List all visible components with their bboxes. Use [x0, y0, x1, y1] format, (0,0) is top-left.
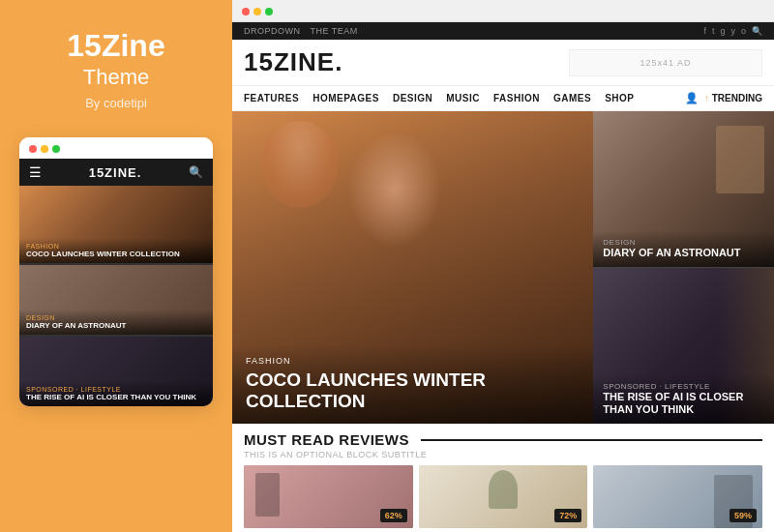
nav-shop[interactable]: SHOP — [605, 93, 634, 103]
browser-chrome — [232, 0, 774, 22]
topbar-nav: DROPDOWN THE TEAM — [244, 26, 358, 36]
review-badge-1: 62% — [380, 509, 407, 522]
reviews-subtitle: THIS IS AN OPTIONAL BLOCK SUBTITLE — [244, 450, 762, 459]
twitter-icon[interactable]: t — [712, 26, 715, 36]
side-card-overlay-2: SPONSORED · LIFESTYLE THE RISE OF AI IS … — [593, 374, 774, 424]
dot-red — [29, 145, 37, 153]
reviews-line — [421, 439, 762, 441]
mobile-card-title-3: THE RISE OF AI IS CLOSER THAN YOU THINK — [26, 393, 206, 402]
mobile-card-2: DESIGN DIARY OF AN ASTRONAUT — [19, 265, 213, 335]
nav-features[interactable]: FEATURES — [244, 93, 299, 103]
mobile-card-tag-1: FASHION — [26, 243, 206, 250]
site-header: 15ZINE. 125x41 AD — [232, 40, 774, 86]
mobile-nav-bar: ☰ 15ZINE. 🔍 — [19, 159, 213, 186]
browser-mockup: DROPDOWN THE TEAM f t g y o 🔍 15ZINE. 12… — [232, 0, 774, 532]
mobile-card-1: FASHION COCO LAUNCHES WINTER COLLECTION — [19, 186, 213, 263]
site-nav: FEATURES HOMEPAGES DESIGN MUSIC FASHION … — [232, 86, 774, 111]
brand-subtitle: Theme — [83, 65, 149, 90]
search-icon[interactable]: 🔍 — [752, 26, 762, 36]
topbar-team[interactable]: THE TEAM — [311, 26, 358, 36]
mobile-card-overlay-2: DESIGN DIARY OF AN ASTRONAUT — [19, 310, 213, 336]
nav-right: 👤 ↑ TRENDING — [685, 92, 762, 104]
review-card-3[interactable]: 59% — [593, 465, 762, 528]
search-icon[interactable]: 🔍 — [189, 165, 203, 179]
mobile-card-3: SPONSORED · LIFESTYLE THE RISE OF AI IS … — [19, 337, 213, 406]
reviews-section: MUST READ REVIEWS THIS IS AN OPTIONAL BL… — [232, 424, 774, 532]
reviews-header: MUST READ REVIEWS — [244, 431, 762, 448]
mobile-top-bar — [19, 137, 213, 159]
mobile-card-overlay-3: SPONSORED · LIFESTYLE THE RISE OF AI IS … — [19, 381, 213, 407]
dot-yellow — [41, 145, 48, 153]
side-card-tag-2: SPONSORED · LIFESTYLE — [603, 382, 764, 391]
mobile-card-overlay-1: FASHION COCO LAUNCHES WINTER COLLECTION — [19, 238, 213, 264]
nav-music[interactable]: MUSIC — [446, 93, 480, 103]
hamburger-icon[interactable]: ☰ — [29, 164, 42, 180]
browser-dot-red — [242, 8, 250, 15]
mobile-card-title-2: DIARY OF AN ASTRONAUT — [26, 321, 206, 331]
dot-green — [52, 145, 60, 153]
hero-side-card-2[interactable]: SPONSORED · LIFESTYLE THE RISE OF AI IS … — [593, 268, 774, 424]
brand-author: By codetipi — [85, 96, 147, 110]
side-card-title-1: DIARY OF AN ASTRONAUT — [603, 247, 764, 259]
browser-dot-yellow — [253, 8, 261, 15]
mobile-window-dots — [29, 145, 60, 153]
side-card-overlay-1: DESIGN DIARY OF AN ASTRONAUT — [593, 230, 774, 267]
side-card-title-2: THE RISE OF AI IS CLOSER THAN YOU THINK — [603, 391, 764, 416]
hero-main-overlay: FASHION COCO LAUNCHES WINTER COLLECTION — [232, 344, 593, 424]
reviews-cards: 62% 72% 59% — [244, 465, 762, 528]
site-logo: 15ZINE. — [244, 47, 342, 77]
nav-homepages[interactable]: HOMEPAGES — [313, 93, 379, 103]
trending-label: ↑ TRENDING — [704, 93, 762, 103]
mobile-logo: 15ZINE. — [89, 165, 142, 180]
mobile-card-tag-3: SPONSORED · LIFESTYLE — [26, 386, 206, 393]
brand-title: 15Zine — [67, 29, 164, 63]
google-icon[interactable]: g — [720, 26, 725, 36]
browser-dot-green — [265, 8, 273, 15]
reviews-title: MUST READ REVIEWS — [244, 431, 409, 448]
review-badge-2: 72% — [554, 509, 581, 522]
instagram-icon[interactable]: o — [741, 26, 746, 36]
review-card-2[interactable]: 72% — [419, 465, 588, 528]
website-content: DROPDOWN THE TEAM f t g y o 🔍 15ZINE. 12… — [232, 22, 774, 532]
review-badge-3: 59% — [729, 509, 757, 522]
site-topbar: DROPDOWN THE TEAM f t g y o 🔍 — [232, 22, 774, 40]
hero-section: FASHION COCO LAUNCHES WINTER COLLECTION … — [232, 111, 774, 424]
browser-window-dots — [242, 8, 273, 15]
mobile-card-title-1: COCO LAUNCHES WINTER COLLECTION — [26, 250, 206, 259]
review-card-1[interactable]: 62% — [244, 465, 413, 528]
hero-title: COCO LAUNCHES WINTER COLLECTION — [246, 369, 580, 412]
nav-fashion[interactable]: FASHION — [493, 93, 540, 103]
ad-banner: 125x41 AD — [569, 49, 762, 76]
hero-main[interactable]: FASHION COCO LAUNCHES WINTER COLLECTION — [232, 111, 593, 424]
nav-items: FEATURES HOMEPAGES DESIGN MUSIC FASHION … — [244, 93, 634, 103]
mobile-mockup: ☰ 15ZINE. 🔍 FASHION COCO LAUNCHES WINTER… — [19, 137, 213, 406]
hero-side-card-1[interactable]: DESIGN DIARY OF AN ASTRONAUT — [593, 111, 774, 267]
hero-tag: FASHION — [246, 356, 580, 366]
mobile-card-tag-2: DESIGN — [26, 314, 206, 321]
side-card-tag-1: DESIGN — [603, 238, 764, 247]
left-panel: 15Zine Theme By codetipi ☰ 15ZINE. 🔍 FAS… — [0, 0, 232, 532]
review-figure-1 — [255, 473, 280, 517]
facebook-icon[interactable]: f — [703, 26, 706, 36]
topbar-socials: f t g y o 🔍 — [703, 26, 762, 36]
review-figure-2 — [489, 470, 518, 509]
topbar-dropdown[interactable]: DROPDOWN — [244, 26, 301, 36]
nav-games[interactable]: GAMES — [553, 93, 591, 103]
nav-design[interactable]: DESIGN — [393, 93, 432, 103]
user-icon: 👤 — [685, 92, 699, 104]
hero-side: DESIGN DIARY OF AN ASTRONAUT SPONSORED ·… — [593, 111, 774, 424]
side-card-figure — [716, 126, 764, 193]
youtube-icon[interactable]: y — [730, 26, 735, 36]
